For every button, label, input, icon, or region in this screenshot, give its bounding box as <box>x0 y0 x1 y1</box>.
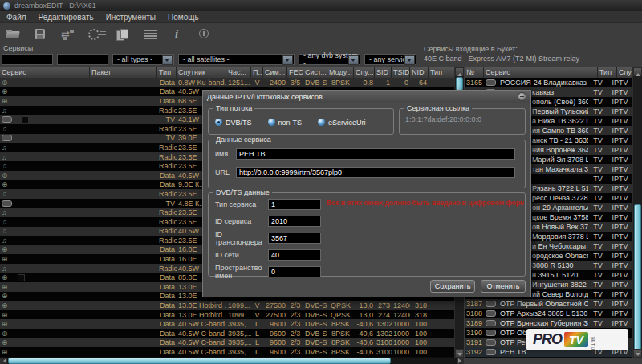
column-header-9[interactable]: Моду... <box>327 67 354 78</box>
cell-freq: 1099... <box>226 311 251 319</box>
column-header-6[interactable]: Сим... <box>263 67 287 78</box>
scroll-down-icon[interactable] <box>455 349 464 358</box>
stream-type-option-1[interactable]: non-TS <box>268 119 303 127</box>
menu-item-3[interactable]: Помощь <box>168 13 199 22</box>
table-row[interactable]: Data40.5W C-band ...3935,...L96002/3DVB-… <box>0 347 454 357</box>
cell-icon <box>0 162 90 170</box>
scroll-up-icon[interactable] <box>633 67 642 76</box>
table-row[interactable]: Data13.0E Hotbird ...1099...V275002/3DVB… <box>0 301 454 310</box>
service-name-input[interactable] <box>236 148 515 160</box>
radio-service-icon <box>2 190 7 198</box>
ftp-transfer-icon[interactable] <box>59 26 79 42</box>
open-file-icon[interactable] <box>5 26 24 42</box>
column-header-13[interactable]: NID <box>410 67 429 78</box>
chevron-down-icon[interactable] <box>404 55 415 65</box>
stream-type-option-2[interactable]: eServiceUri <box>318 119 366 127</box>
table-row[interactable]: Data40.5W C-band ...3935,...L96002/3DVB-… <box>0 319 454 329</box>
info-icon[interactable] <box>169 26 188 42</box>
column-header-№[interactable]: № <box>465 67 484 78</box>
menu-item-1[interactable]: Редактировать <box>39 13 94 22</box>
cell-icon <box>0 200 90 207</box>
services-vscroll-thumb[interactable] <box>456 77 463 91</box>
scroll-up-icon[interactable] <box>455 67 464 76</box>
service-url-input[interactable] <box>236 167 515 178</box>
table-row[interactable]: 3165РОССИЯ-24 ВладикавказTVIPTV <box>465 78 632 87</box>
column-header-10[interactable]: Спу... <box>354 67 375 78</box>
service-data-group: Данные сервиса имяURL <box>208 140 526 188</box>
table-row[interactable]: Data0.8W Ku-band...1251...V24003/5DVB-S2… <box>0 78 454 87</box>
close-icon[interactable] <box>518 92 526 101</box>
column-header-2[interactable]: Тип <box>157 67 177 78</box>
column-header-Тип[interactable]: Тип <box>598 67 617 78</box>
data-service-icon <box>2 245 8 253</box>
column-header-7[interactable]: FEC <box>287 67 303 78</box>
menu-item-2[interactable]: Инструменты <box>106 13 156 22</box>
cell-type: TV <box>588 290 607 299</box>
chevron-down-icon[interactable] <box>162 55 173 65</box>
field-label: ID транспондера <box>209 230 268 246</box>
table-row[interactable]: 3187ОТР Первый Областной Ор...TVIPTV <box>465 299 632 309</box>
table-row[interactable]: Data40.5W C-band ...3935,...L96002/3DVB-… <box>0 329 454 338</box>
cell-icon <box>0 320 90 328</box>
scroll-right-icon[interactable] <box>457 358 464 364</box>
settings-icon[interactable] <box>87 26 106 42</box>
table-row[interactable]: Data40.5W C-band ...3935,...L96002/3DVB-… <box>0 338 454 348</box>
data-service-icon <box>2 283 8 291</box>
filter-input-1[interactable] <box>2 54 53 65</box>
dvb-field-input-2[interactable] <box>268 233 321 244</box>
dvb-field-input-1[interactable] <box>268 216 321 227</box>
dvb-field-input-0[interactable] <box>268 199 321 210</box>
copy-icon[interactable] <box>114 26 133 42</box>
table-row[interactable]: 3188ОТР Архыз24 3865 L 5130TVIPTV <box>465 309 632 318</box>
services-hscrollbar[interactable] <box>0 358 464 364</box>
data-service-icon <box>2 301 8 309</box>
column-header-5[interactable]: П... <box>251 67 263 78</box>
table-row[interactable]: 3189ОТР Брянская Губерния 387...TVIPTV <box>465 318 632 328</box>
filter-dropdown-1[interactable]: - all types - <box>112 54 174 65</box>
radio-button-icon[interactable] <box>318 119 325 126</box>
radio-button-icon[interactable] <box>215 119 222 126</box>
filter-input-2[interactable] <box>57 54 108 65</box>
save-button[interactable]: Сохранить <box>430 280 475 293</box>
radio-service-icon <box>2 144 7 152</box>
cancel-button[interactable]: Отменить <box>481 280 526 293</box>
filter-dropdown-4[interactable]: - any service - <box>364 54 416 65</box>
scroll-left-icon[interactable] <box>0 358 7 364</box>
data-service-icon <box>2 320 8 328</box>
radio-button-icon[interactable] <box>268 119 275 126</box>
column-header-0[interactable]: Сервис <box>0 67 90 78</box>
stream-type-option-0[interactable]: DVB/TS <box>215 119 252 127</box>
dvb-field-input-4[interactable] <box>268 266 321 277</box>
cell-type: TV <box>157 200 177 208</box>
menu-item-0[interactable]: Файл <box>6 13 26 22</box>
dvb-field-input-3[interactable] <box>268 249 321 261</box>
filter-dropdown-3[interactable]: - any dvb system - <box>299 54 360 65</box>
filter-dropdown-2[interactable]: - all satellites - <box>178 54 295 65</box>
column-header-4[interactable]: Час... <box>226 67 251 78</box>
table-row[interactable]: Data13.0E Hotbird ...1099...V275002/3DVB… <box>0 310 454 320</box>
column-header-12[interactable]: TSID <box>392 67 410 78</box>
column-header-1[interactable]: Пакет <box>90 67 157 78</box>
cell-sys: DVB-S2 <box>303 330 327 338</box>
column-header-3[interactable]: Спутник <box>177 67 226 78</box>
bouquet-vscrollbar[interactable] <box>632 67 642 358</box>
column-header-8[interactable]: Сист... <box>303 67 327 78</box>
cell-tsid: 1000 <box>392 320 410 328</box>
services-hscroll-thumb[interactable] <box>8 358 391 364</box>
data-service-icon <box>2 87 8 95</box>
service-link-group-label: Сервисная ссылка <box>404 104 472 112</box>
chevron-down-icon[interactable] <box>348 55 359 65</box>
dialog-titlebar[interactable]: Данные IPTV/Потоковых сервисов <box>203 91 530 103</box>
save-icon[interactable] <box>32 26 51 42</box>
column-header-11[interactable]: SID <box>375 67 392 78</box>
scroll-down-icon[interactable] <box>633 349 642 358</box>
data-service-icon <box>2 97 8 105</box>
cell-sid: 3100 <box>375 338 392 346</box>
cell-icon <box>0 180 90 188</box>
dvb-field-row: Пространство имен <box>209 266 321 277</box>
reload-list-icon[interactable] <box>141 26 160 42</box>
bouquet-vscroll-thumb[interactable] <box>634 204 641 353</box>
about-icon[interactable] <box>196 26 215 42</box>
chevron-down-icon[interactable] <box>282 55 293 65</box>
column-header-Сервис[interactable]: Сервис <box>484 67 598 78</box>
